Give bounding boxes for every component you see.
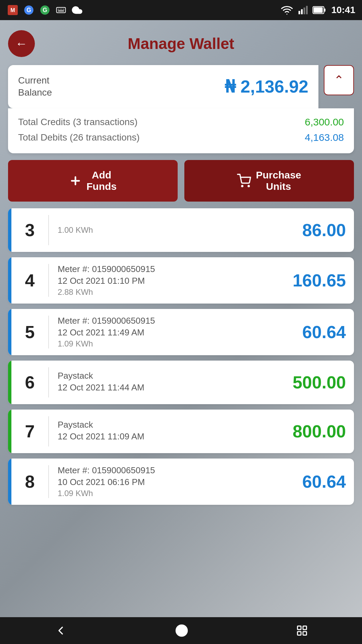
status-icons-right: 10:41 (281, 4, 355, 16)
transaction-info: Paystack 12 Oct 2021 11:44 AM (49, 364, 280, 401)
svg-rect-15 (306, 6, 308, 14)
toggle-summary-button[interactable]: ⌃ (324, 65, 354, 95)
transaction-date: 12 Oct 2021 01:10 PM (58, 276, 272, 286)
transaction-source: Paystack (58, 420, 272, 430)
gmail-icon: M (7, 4, 19, 16)
wifi-icon (281, 4, 293, 16)
transaction-number: 5 (11, 322, 48, 342)
debit-indicator (8, 208, 11, 252)
debit-indicator (8, 309, 11, 355)
table-row: 6 Paystack 12 Oct 2021 11:44 AM 500.00 (8, 361, 354, 404)
transaction-meter: Meter #: 0159000650915 (58, 316, 272, 326)
status-time: 10:41 (331, 5, 355, 15)
credits-row: Total Credits (3 transactions) 6,300.00 (18, 116, 344, 128)
transactions-list: 3 1.00 KWh 86.00 4 Meter #: 015900065091… (0, 208, 362, 505)
svg-text:M: M (10, 7, 15, 13)
signal-icon (298, 4, 308, 16)
back-button[interactable]: ← (8, 30, 35, 57)
credit-indicator (8, 410, 11, 453)
chevron-up-icon: ⌃ (334, 73, 344, 87)
table-row: 4 Meter #: 0159000650915 12 Oct 2021 01:… (8, 257, 354, 304)
debit-indicator (8, 257, 11, 304)
balance-label: CurrentBalance (18, 74, 52, 99)
balance-amount: ₦ 2,136.92 (225, 76, 308, 97)
keyboard-icon (55, 4, 67, 16)
svg-text:G: G (43, 7, 47, 13)
purchase-units-button[interactable]: PurchaseUnits (184, 160, 354, 202)
google-icon: G (23, 4, 35, 16)
cloud-icon (71, 4, 83, 16)
svg-point-21 (242, 185, 243, 187)
transaction-amount: 86.00 (280, 220, 354, 240)
transaction-kwh: 2.88 KWh (58, 287, 272, 297)
transaction-amount: 800.00 (280, 421, 354, 441)
table-row: 8 Meter #: 0159000650915 10 Oct 2021 06:… (8, 459, 354, 505)
add-funds-button[interactable]: AddFunds (8, 160, 178, 202)
debit-indicator (8, 459, 11, 505)
status-bar: M G G 10:41 (0, 0, 362, 20)
cart-icon (237, 174, 251, 188)
transaction-meter: Meter #: 0159000650915 (58, 465, 272, 476)
svg-rect-6 (57, 7, 66, 13)
table-row: 5 Meter #: 0159000650915 12 Oct 2021 11:… (8, 309, 354, 355)
transaction-amount: 160.65 (280, 270, 354, 290)
transaction-date: 12 Oct 2021 11:49 AM (58, 327, 272, 338)
transaction-date: 12 Oct 2021 11:09 AM (58, 431, 272, 442)
balance-section: CurrentBalance ₦ 2,136.92 ⌃ (0, 65, 362, 108)
transaction-meter: Meter #: 0159000650915 (58, 264, 272, 274)
debits-amount: 4,163.08 (305, 132, 344, 143)
transaction-amount: 60.64 (280, 322, 354, 342)
debits-row: Total Debits (26 transactions) 4,163.08 (18, 132, 344, 143)
transaction-info: Meter #: 0159000650915 10 Oct 2021 06:16… (49, 459, 280, 505)
page-title: Manage Wallet (35, 35, 327, 53)
transaction-kwh: 1.00 KWh (58, 225, 272, 235)
transaction-number: 4 (11, 270, 48, 290)
transaction-info: Meter #: 0159000650915 12 Oct 2021 01:10… (49, 257, 280, 304)
add-funds-label: AddFunds (86, 169, 117, 192)
credits-label: Total Credits (3 transactions) (18, 117, 137, 127)
action-buttons: AddFunds PurchaseUnits (0, 153, 362, 208)
svg-point-23 (176, 625, 188, 637)
transaction-source: Paystack (58, 371, 272, 381)
nav-home-button[interactable] (162, 621, 202, 641)
svg-rect-12 (299, 11, 300, 14)
nav-recents-button[interactable] (283, 621, 321, 640)
transaction-info: Meter #: 0159000650915 12 Oct 2021 11:49… (49, 309, 280, 355)
current-balance-label: CurrentBalance (18, 74, 52, 99)
transaction-number: 8 (11, 472, 48, 492)
svg-rect-13 (301, 9, 303, 14)
nav-recents-icon (296, 625, 308, 637)
svg-rect-14 (304, 8, 305, 14)
nav-back-button[interactable] (41, 621, 81, 641)
transaction-kwh: 1.09 KWh (58, 489, 272, 498)
summary-panel: Total Credits (3 transactions) 6,300.00 … (8, 108, 354, 153)
transaction-amount: 500.00 (280, 372, 354, 392)
transaction-date: 10 Oct 2021 06:16 PM (58, 477, 272, 487)
transaction-amount: 60.64 (280, 472, 354, 492)
transaction-date: 12 Oct 2021 11:44 AM (58, 382, 272, 393)
table-row: 3 1.00 KWh 86.00 (8, 208, 354, 252)
nav-home-icon (175, 624, 188, 637)
transaction-number: 3 (11, 220, 48, 240)
page-header: ← Manage Wallet (0, 20, 362, 65)
svg-point-22 (248, 185, 250, 187)
back-arrow-icon: ← (15, 37, 27, 51)
google-icon-2: G (39, 4, 51, 16)
svg-rect-17 (324, 9, 326, 12)
navigation-bar (0, 617, 362, 644)
balance-card: CurrentBalance ₦ 2,136.92 (8, 65, 318, 108)
credits-amount: 6,300.00 (305, 116, 344, 128)
currency-symbol: ₦ (225, 77, 240, 96)
battery-icon (312, 4, 326, 16)
transaction-number: 6 (11, 372, 48, 392)
plus-icon (69, 174, 82, 187)
purchase-units-label: PurchaseUnits (256, 169, 301, 192)
transaction-kwh: 1.09 KWh (58, 339, 272, 348)
nav-back-icon (54, 624, 67, 637)
status-icons-left: M G G (7, 4, 83, 16)
svg-rect-18 (314, 7, 323, 13)
credit-indicator (8, 361, 11, 404)
svg-rect-25 (303, 626, 307, 630)
transaction-info: Paystack 12 Oct 2021 11:09 AM (49, 413, 280, 450)
svg-rect-24 (298, 626, 301, 630)
